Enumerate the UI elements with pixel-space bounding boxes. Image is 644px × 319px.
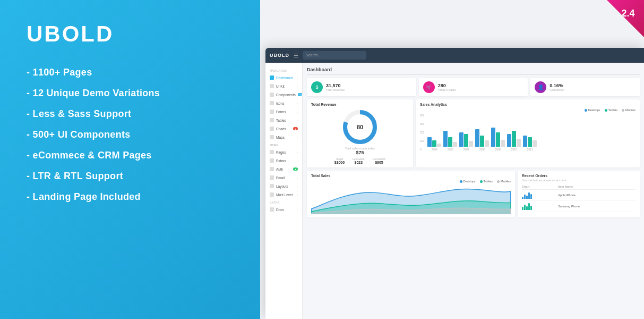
sidebar-item-tables[interactable]: Tables ›: [265, 116, 302, 124]
orders-subtitle: Use the buttons above an account: [522, 179, 636, 182]
order-row-1: Apple iPhone: [522, 190, 636, 201]
bar-2010-gray: [517, 139, 521, 147]
bar-group-2007: 2007: [459, 132, 473, 151]
tables-icon: [270, 118, 274, 122]
sidebar-item-dashboard[interactable]: Dashboard ›: [265, 73, 302, 82]
sidebar-item-layouts[interactable]: Layouts ›: [265, 182, 302, 190]
feature-item: - Landing Page Included: [27, 191, 234, 203]
forms-icon: [270, 110, 274, 114]
feature-item: - Less & Sass Support: [27, 108, 234, 120]
bar-2008-gray: [485, 140, 489, 147]
bar-2009-blue: [491, 128, 495, 147]
sales-legend: Desktops Tablets Mobiles: [311, 180, 511, 183]
bar-2009-teal: [496, 132, 500, 147]
logo: UBOLD: [27, 21, 234, 47]
revenue-value: 31,570: [326, 83, 345, 88]
bottom-row: Total Sales Desktops Tablets: [307, 171, 640, 217]
chart-legend: Desktops Tablets Mobiles: [420, 108, 636, 112]
sidebar-item-charts[interactable]: Charts ●: [265, 124, 302, 133]
total-sales-title: Total Sales: [311, 174, 511, 178]
feature-item: - LTR & RTL Support: [27, 171, 234, 182]
feature-item: - 500+ UI Components: [27, 129, 234, 140]
conversion-value: 0.16%: [549, 83, 564, 88]
extra-label: Extra: [265, 199, 302, 205]
legend-dot-desktops: [585, 109, 587, 112]
mini-chart-2: [522, 203, 558, 210]
bar-2011-teal: [528, 137, 532, 147]
sales-icon: 🛒: [423, 81, 435, 93]
revenue-chart-card: Total Revenue 80 Total sales made today …: [307, 99, 413, 167]
hamburger-icon[interactable]: ☰: [294, 53, 298, 58]
conversion-icon: 👤: [535, 81, 546, 93]
bar-2011-gray: [533, 140, 537, 147]
orders-table: Chart Item Name: [522, 184, 636, 212]
sidebar-item-pages[interactable]: Pages ›: [265, 148, 302, 156]
y-axis: 400 300 200 100 0: [420, 114, 424, 151]
stat-card-sales: 🛒 280 Today's Sales: [419, 78, 528, 96]
version-badge: 2.4: [607, 0, 644, 37]
analytics-chart-title: Sales Analytics: [420, 103, 636, 106]
order-row-2: Samsung Phone: [522, 201, 636, 212]
feature-item: - 12 Unique Demo Variations: [27, 88, 234, 99]
sidebar-item-email[interactable]: Email ›: [265, 173, 302, 182]
bar-2007-blue: [459, 132, 463, 147]
sidebar-item-extras[interactable]: Extras ›: [265, 156, 302, 165]
lastweek-stat: Last week $523: [353, 157, 365, 164]
extras-icon: [270, 158, 274, 163]
bar-2004-teal: [432, 140, 436, 147]
sidebar-item-components[interactable]: Components 40: [265, 90, 302, 99]
auth-icon: [270, 167, 274, 171]
sidebar-item-icons[interactable]: Icons ›: [265, 99, 302, 107]
sidebar-item-docs[interactable]: Docs ›: [265, 205, 302, 214]
donut-chart: 80: [341, 108, 379, 146]
left-panel: UBOLD - 1100+ Pages- 12 Unique Demo Vari…: [0, 0, 260, 319]
revenue-icon: $: [311, 81, 323, 93]
multilevel-icon: [270, 192, 274, 197]
bar-2008-blue: [475, 129, 479, 147]
dash-content: Dashboard $ 31,570 Total Revenue 🛒 280: [303, 63, 644, 319]
nav-label: Navigation: [265, 67, 302, 73]
bar-2007-gray: [469, 141, 473, 147]
legend-tablets: Tablets: [605, 108, 617, 112]
sidebar-item-auth[interactable]: Auth ●: [265, 165, 302, 173]
maps-icon: [270, 135, 274, 139]
feature-item: - eCommece & CRM Pages: [27, 150, 234, 161]
legend-desktops: Desktops: [585, 108, 600, 112]
topbar: UBOLD ☰ Search...: [265, 48, 644, 63]
sales-today-value: $75: [356, 150, 364, 155]
bar-2005-gray: [453, 142, 457, 147]
features-list: - 1100+ Pages- 12 Unique Demo Variations…: [27, 67, 234, 203]
legend-dot-mobiles: [622, 109, 624, 112]
bar-group-2008: 2008: [475, 129, 489, 151]
bar-2009-gray: [501, 140, 505, 147]
analytics-chart-card: Sales Analytics Desktops Tablets: [416, 99, 640, 167]
sidebar-item-uikit[interactable]: UI Kit ›: [265, 82, 302, 90]
bar-2005-blue: [443, 131, 448, 147]
donut-stats: Target $1000 Last week $523 Last Month $…: [334, 157, 386, 164]
bar-group-2010: 2010: [507, 131, 521, 151]
stat-card-conversion: 👤 0.16% Conversion: [530, 78, 640, 96]
target-stat: Target $1000: [334, 157, 345, 164]
sidebar-item-maps[interactable]: Maps ›: [265, 133, 302, 141]
sales-value: 280: [438, 83, 456, 88]
charts-row: Total Revenue 80 Total sales made today …: [307, 99, 640, 167]
search-bar[interactable]: Search...: [303, 51, 366, 60]
bar-group-2005: 2005: [443, 131, 457, 151]
bar-2010-blue: [507, 134, 511, 147]
legend-tablets-2: Tablets: [480, 180, 493, 183]
dashboard-icon: [270, 75, 274, 80]
stat-cards: $ 31,570 Total Revenue 🛒 280 Today's Sal…: [307, 78, 640, 96]
sidebar-item-forms[interactable]: Forms ›: [265, 107, 302, 116]
icons-icon: [270, 101, 274, 105]
bar-2004-gray: [437, 144, 441, 147]
components-icon: [270, 93, 274, 97]
conversion-label: Conversion: [549, 88, 564, 91]
sidebar-item-multilevel[interactable]: Multi Level ›: [265, 190, 302, 199]
legend-mobiles: Mobiles: [622, 108, 636, 112]
sales-label: Today's Sales: [438, 88, 456, 91]
bar-2007-teal: [464, 134, 468, 147]
bar-group-2004: 2004: [427, 137, 441, 151]
bar-chart: 400 300 200 100 0: [420, 114, 636, 151]
svg-text:80: 80: [357, 124, 363, 130]
orders-title: Recent Orders: [522, 174, 636, 178]
